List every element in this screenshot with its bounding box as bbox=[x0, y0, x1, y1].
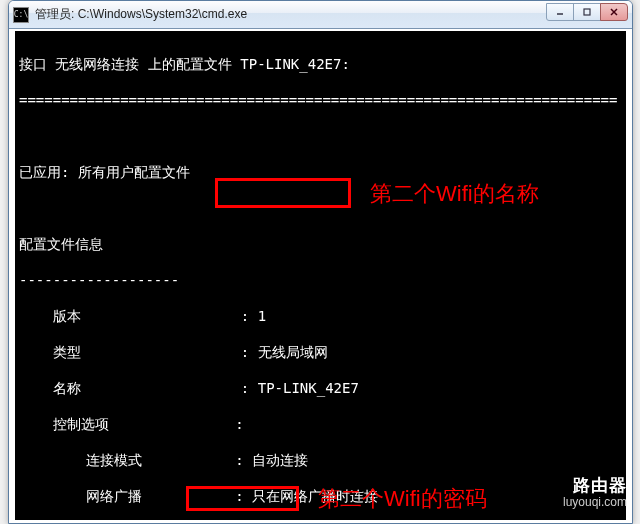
terminal-output[interactable]: 接口 无线网络连接 上的配置文件 TP-LINK_42E7: =========… bbox=[15, 31, 626, 520]
applied-line: 已应用: 所有用户配置文件 bbox=[19, 163, 622, 181]
blank bbox=[19, 127, 622, 145]
profile-bcast: 网络广播 : 只在网络广播时连接 bbox=[19, 487, 622, 505]
header-line: 接口 无线网络连接 上的配置文件 TP-LINK_42E7: bbox=[19, 55, 622, 73]
profile-type: 类型 : 无线局域网 bbox=[19, 343, 622, 361]
profile-ctrl: 控制选项 : bbox=[19, 415, 622, 433]
svg-rect-1 bbox=[584, 9, 590, 15]
section-profile: 配置文件信息 bbox=[19, 235, 622, 253]
cmd-icon: C:\ bbox=[13, 7, 29, 23]
window-title: 管理员: C:\Windows\System32\cmd.exe bbox=[35, 6, 547, 23]
close-button[interactable] bbox=[600, 3, 628, 21]
section-profile-ul: ------------------- bbox=[19, 271, 622, 289]
titlebar[interactable]: C:\ 管理员: C:\Windows\System32\cmd.exe bbox=[9, 1, 632, 29]
window-controls bbox=[547, 3, 628, 21]
profile-version: 版本 : 1 bbox=[19, 307, 622, 325]
minimize-button[interactable] bbox=[546, 3, 574, 21]
cmd-window: C:\ 管理员: C:\Windows\System32\cmd.exe 接口 … bbox=[8, 0, 633, 524]
divider: ========================================… bbox=[19, 91, 622, 109]
profile-connmode: 连接模式 : 自动连接 bbox=[19, 451, 622, 469]
profile-name: 名称 : TP-LINK_42E7 bbox=[19, 379, 622, 397]
blank bbox=[19, 199, 622, 217]
maximize-button[interactable] bbox=[573, 3, 601, 21]
